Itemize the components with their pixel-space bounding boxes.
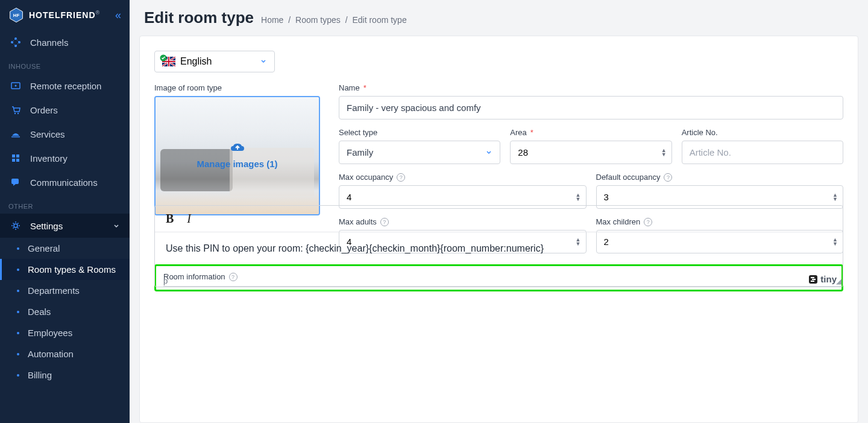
- nav-label: Settings: [30, 221, 63, 231]
- name-input[interactable]: [339, 96, 843, 119]
- chevron-down-icon: [260, 56, 267, 67]
- name-label: Name: [339, 83, 360, 92]
- bc-room-types[interactable]: Room types: [295, 15, 341, 25]
- resize-handle-icon[interactable]: ◢: [836, 277, 841, 285]
- dot-icon: [17, 269, 19, 271]
- page-title: Edit room type: [144, 8, 254, 27]
- svg-rect-22: [811, 281, 814, 282]
- lang-label: English: [180, 56, 212, 67]
- main-area: Edit room type Home / Room types / Edit …: [130, 0, 868, 423]
- svg-rect-11: [12, 154, 15, 157]
- dot-icon: [17, 374, 19, 377]
- select-type-value: Family: [347, 147, 373, 157]
- dot-icon: [17, 290, 19, 292]
- dot-icon: [17, 353, 19, 355]
- nav-inventory[interactable]: Inventory: [0, 146, 130, 170]
- select-type-dropdown[interactable]: Family: [339, 141, 500, 164]
- dot-icon: [17, 247, 19, 250]
- channels-icon: [10, 36, 22, 48]
- area-value: 28: [518, 147, 528, 157]
- svg-point-7: [15, 85, 17, 87]
- editor-content: Use this PIN to open your room: {checkin…: [166, 243, 544, 253]
- select-type-label: Select type: [339, 128, 500, 137]
- help-icon[interactable]: ?: [664, 173, 672, 182]
- nav-label: Channels: [30, 37, 68, 48]
- bc-current: Edit room type: [352, 15, 406, 25]
- svg-text:HF: HF: [13, 13, 20, 18]
- sub-label: General: [28, 243, 60, 253]
- sidebar-collapse-button[interactable]: «: [115, 9, 121, 22]
- editor-textarea[interactable]: Use this PIN to open your room: {checkin…: [155, 232, 843, 287]
- content-card: English Image of room type Manage images…: [139, 36, 858, 423]
- sub-label: Departments: [28, 285, 80, 296]
- upload-icon: [230, 142, 245, 156]
- nav-label: Remote reception: [30, 81, 101, 91]
- section-inhouse: INHOUSE: [0, 54, 130, 74]
- manage-images-text: Manage images (1): [197, 159, 277, 169]
- help-icon[interactable]: ?: [397, 173, 405, 182]
- communications-icon: [10, 176, 22, 188]
- logo-row: HF HOTELFRIEND® «: [0, 0, 130, 30]
- default-occ-value: 3: [604, 192, 609, 202]
- area-label: Area: [510, 128, 526, 137]
- area-input[interactable]: 28 ▲▼: [510, 141, 671, 164]
- image-upload-box[interactable]: Manage images (1): [154, 96, 320, 215]
- logo-icon: HF: [8, 7, 24, 23]
- number-spinner[interactable]: ▲▼: [661, 148, 667, 157]
- svg-rect-15: [11, 179, 19, 184]
- article-no-input[interactable]: [682, 141, 843, 164]
- header: Edit room type Home / Room types / Edit …: [130, 0, 868, 33]
- italic-button[interactable]: I: [187, 212, 191, 226]
- svg-rect-13: [12, 159, 15, 162]
- inventory-icon: [10, 152, 22, 164]
- nav-label: Services: [30, 129, 65, 139]
- section-other: OTHER: [0, 194, 130, 214]
- dot-icon: [17, 332, 19, 334]
- sub-room-types[interactable]: Room types & Rooms: [0, 259, 130, 280]
- nav-remote-reception[interactable]: Remote reception: [0, 74, 130, 98]
- sub-departments[interactable]: Departments: [0, 280, 130, 301]
- chevron-down-icon: [485, 147, 492, 157]
- nav-channels[interactable]: Channels: [0, 30, 130, 54]
- tiny-logo-icon: [808, 275, 818, 284]
- rich-text-editor-outer: B I Use this PIN to open your room: {che…: [154, 205, 843, 287]
- nav-services[interactable]: Services: [0, 122, 130, 146]
- svg-rect-12: [16, 154, 19, 157]
- nav-label: Communications: [30, 177, 98, 188]
- language-select[interactable]: English: [154, 51, 275, 72]
- sub-billing[interactable]: Billing: [0, 364, 130, 386]
- sub-general[interactable]: General: [0, 238, 130, 259]
- editor-toolbar: B I: [155, 206, 843, 232]
- bc-home[interactable]: Home: [261, 15, 283, 25]
- flag-icon: [162, 57, 175, 66]
- nav-label: Inventory: [30, 153, 68, 164]
- required-mark: *: [530, 128, 533, 137]
- nav-orders[interactable]: Orders: [0, 98, 130, 122]
- number-spinner[interactable]: ▲▼: [832, 193, 838, 202]
- svg-point-9: [17, 113, 19, 114]
- svg-rect-21: [812, 279, 816, 280]
- sub-employees[interactable]: Employees: [0, 322, 130, 343]
- image-label: Image of room type: [154, 83, 329, 92]
- sub-label: Employees: [28, 328, 72, 338]
- svg-rect-14: [16, 159, 19, 162]
- bold-button[interactable]: B: [166, 212, 174, 226]
- sub-label: Automation: [28, 349, 74, 359]
- sub-label: Billing: [28, 370, 52, 380]
- sub-label: Deals: [28, 307, 51, 317]
- number-spinner[interactable]: ▲▼: [576, 193, 581, 202]
- sub-label: Room types & Rooms: [28, 264, 116, 275]
- editor-status-path: p: [163, 276, 168, 285]
- tinymce-brand: tiny: [808, 274, 837, 284]
- bc-sep: /: [288, 15, 291, 25]
- nav-settings[interactable]: Settings: [0, 214, 130, 238]
- gear-icon: [10, 220, 22, 232]
- manage-images-link[interactable]: Manage images (1): [197, 142, 277, 169]
- orders-icon: [10, 104, 22, 116]
- nav-communications[interactable]: Communications: [0, 170, 130, 194]
- sub-deals[interactable]: Deals: [0, 301, 130, 322]
- breadcrumb: Home / Room types / Edit room type: [261, 15, 407, 25]
- svg-rect-10: [11, 136, 20, 138]
- sub-automation[interactable]: Automation: [0, 343, 130, 364]
- logo-text: HOTELFRIEND®: [29, 10, 99, 21]
